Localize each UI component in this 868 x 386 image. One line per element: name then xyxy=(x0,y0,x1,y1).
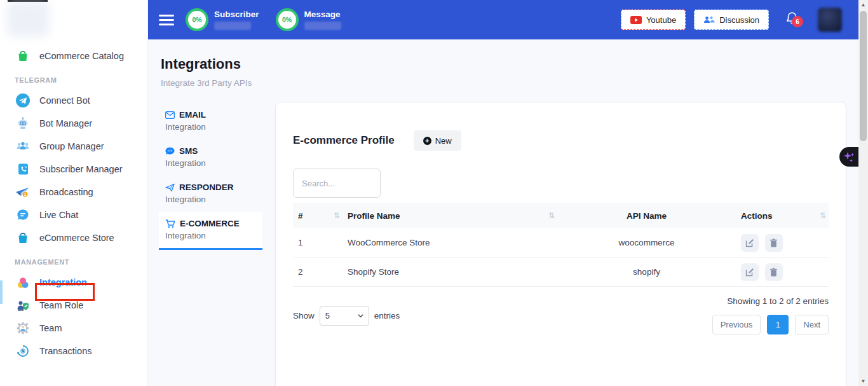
message-usage-widget: 0% Message xyxy=(276,8,341,31)
cart-icon xyxy=(165,219,175,228)
sidebar-item-label: Transactions xyxy=(39,346,92,356)
people-group-icon xyxy=(15,138,31,155)
new-profile-button[interactable]: + New xyxy=(414,130,461,151)
column-header-profile-name: Profile Name ⇅ xyxy=(342,211,557,221)
sort-icon[interactable]: ⇅ xyxy=(820,211,826,220)
sidebar-item-bot-manager[interactable]: Bot Manager xyxy=(0,112,147,135)
shopping-bag-blue-icon xyxy=(15,230,31,246)
page-subtitle: Integrate 3rd Party APIs xyxy=(161,78,858,88)
sidebar-item-team-role[interactable]: Team Role xyxy=(0,294,147,317)
edit-button[interactable] xyxy=(741,263,759,281)
subnav-item-email[interactable]: EMAIL Integration xyxy=(159,103,262,139)
youtube-button[interactable]: Youtube xyxy=(621,10,686,30)
scroll-down-arrow[interactable]: ▼ xyxy=(858,376,868,386)
pagination: Previous 1 Next xyxy=(712,315,829,334)
scrollbar-thumb[interactable] xyxy=(860,11,867,141)
menu-toggle-icon[interactable] xyxy=(159,15,174,25)
sidebar-item-transactions[interactable]: Transactions xyxy=(0,340,147,362)
sidebar-item-subscriber-manager[interactable]: Subscriber Manager xyxy=(0,158,147,181)
trash-icon xyxy=(770,238,778,247)
sidebar-item-ecommerce-catalog[interactable]: eCommerce Catalog xyxy=(0,45,147,67)
sidebar-item-group-manager[interactable]: Group Manager xyxy=(0,135,147,158)
table-row: 1 WooCommerce Store woocommerce xyxy=(293,228,829,258)
sidebar-item-broadcasting[interactable]: 1 Broadcasting xyxy=(0,181,147,203)
search-input[interactable] xyxy=(293,169,381,198)
sidebar-section-telegram: TELEGRAM xyxy=(0,67,147,89)
sidebar-item-connect-bot[interactable]: Connect Bot xyxy=(0,89,147,112)
sidebar-item-integration[interactable]: Integration xyxy=(0,271,147,294)
sms-icon xyxy=(165,147,175,155)
message-progress-ring: 0% xyxy=(276,8,299,31)
delete-button[interactable] xyxy=(765,234,783,252)
subnav-item-ecommerce[interactable]: E-COMMERCE Integration xyxy=(159,212,262,250)
page-1-button[interactable]: 1 xyxy=(767,315,789,334)
subnav-item-responder[interactable]: RESPONDER Integration xyxy=(159,176,262,212)
page-size-select[interactable]: 5 xyxy=(320,306,369,326)
telegram-plane-icon xyxy=(15,92,31,109)
sort-icon[interactable]: ⇅ xyxy=(548,211,555,220)
chat-bubble-icon xyxy=(15,207,31,223)
integration-circles-icon xyxy=(15,274,31,291)
shopping-bag-green-icon xyxy=(15,48,31,64)
integration-subnav: EMAIL Integration SMS Integration xyxy=(159,103,262,250)
main-content: Integrations Integrate 3rd Party APIs EM… xyxy=(148,39,858,386)
profile-name-cell: WooCommerce Store xyxy=(342,238,557,247)
broadcast-plane-icon: 1 xyxy=(15,184,31,200)
sort-icon[interactable]: ⇅ xyxy=(334,211,340,220)
sidebar-item-team[interactable]: Team xyxy=(0,317,147,340)
subnav-subtitle: Integration xyxy=(165,195,256,204)
robot-icon xyxy=(15,115,31,132)
profiles-table: # ⇅ Profile Name ⇅ API Name Actions ⇅ 1 … xyxy=(293,203,829,287)
youtube-icon xyxy=(630,16,642,24)
subscriber-progress-ring: 0% xyxy=(186,8,208,31)
subnav-title: E-COMMERCE xyxy=(180,219,240,228)
subscriber-progress-value: 0% xyxy=(192,16,201,24)
contact-book-phone-icon xyxy=(15,161,31,177)
discussion-group-icon xyxy=(703,15,715,24)
table-info-text: Showing 1 to 2 of 2 entries xyxy=(727,296,829,306)
ecommerce-profile-panel: E-commerce Profile + New # ⇅ Profile Nam… xyxy=(275,102,846,386)
team-gear-icon xyxy=(15,320,31,336)
column-header-num: # ⇅ xyxy=(293,211,342,221)
user-avatar[interactable] xyxy=(818,8,842,32)
column-header-actions: Actions ⇅ xyxy=(736,211,829,221)
next-page-button[interactable]: Next xyxy=(795,315,829,334)
message-stat-redacted-value xyxy=(304,22,341,30)
table-row: 2 Shopify Store shopify xyxy=(293,258,829,287)
sidebar-section-management: MANAGEMENT xyxy=(0,249,147,271)
discussion-button-label: Discussion xyxy=(719,15,759,25)
message-progress-value: 0% xyxy=(282,16,292,24)
sidebar-item-ecommerce-store[interactable]: eCommerce Store xyxy=(0,226,147,249)
sidebar-item-label: Connect Bot xyxy=(39,95,90,106)
page-title: Integrations xyxy=(161,56,858,72)
sidebar-item-label: Broadcasting xyxy=(39,187,93,197)
show-label: Show xyxy=(293,311,315,321)
edit-icon xyxy=(745,238,754,247)
subnav-title: EMAIL xyxy=(179,110,206,120)
subnav-subtitle: Integration xyxy=(165,158,256,168)
row-number: 1 xyxy=(293,238,342,247)
column-header-api-name: API Name xyxy=(557,211,736,221)
row-number: 2 xyxy=(293,267,342,277)
sidebar-item-live-chat[interactable]: Live Chat xyxy=(0,203,147,226)
profile-name-cell: Shopify Store xyxy=(342,267,557,277)
ai-assistant-button[interactable] xyxy=(839,147,858,167)
sidebar-item-label: Live Chat xyxy=(39,210,78,220)
new-button-label: New xyxy=(435,136,452,146)
previous-page-button[interactable]: Previous xyxy=(712,315,761,334)
table-header-row: # ⇅ Profile Name ⇅ API Name Actions ⇅ xyxy=(293,203,829,228)
delete-button[interactable] xyxy=(765,263,783,281)
vertical-scrollbar[interactable]: ▲ ▼ xyxy=(858,0,868,386)
youtube-button-label: Youtube xyxy=(646,15,676,25)
subscriber-stat-label: Subscriber xyxy=(214,10,259,19)
edit-button[interactable] xyxy=(741,234,759,252)
svg-text:1: 1 xyxy=(24,192,27,196)
discussion-button[interactable]: Discussion xyxy=(694,10,769,30)
app-logo-blurred xyxy=(6,1,50,37)
entries-label: entries xyxy=(374,311,400,321)
sidebar-item-label: Bot Manager xyxy=(39,118,92,128)
sidebar-item-label: Subscriber Manager xyxy=(39,164,123,174)
notifications-button[interactable]: 6 xyxy=(785,11,799,28)
scroll-up-arrow[interactable]: ▲ xyxy=(858,0,868,10)
subnav-item-sms[interactable]: SMS Integration xyxy=(159,139,262,176)
